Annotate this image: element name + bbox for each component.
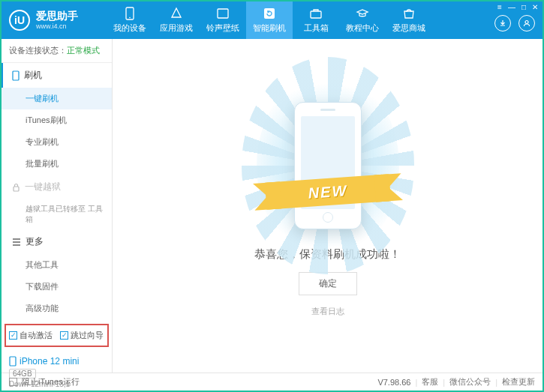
checkbox-label: 自动激活 (20, 330, 53, 341)
connection-status: 设备连接状态：正常模式 (2, 39, 112, 63)
phone-small-icon (12, 70, 20, 81)
nav-tab-toolbox[interactable]: 工具箱 (293, 1, 339, 39)
app-window: iU 爱思助手 www.i4.cn 我的设备 应用游戏 铃声壁纸 智能刷机 (0, 0, 544, 392)
graduation-icon (356, 7, 369, 20)
device-icon (9, 356, 17, 367)
settings-button[interactable]: ≡ (497, 3, 502, 11)
logo-icon: iU (9, 10, 30, 31)
block-itunes-label: 阻止iTunes运行 (22, 376, 80, 388)
toolbox-icon (309, 7, 323, 20)
app-url: www.i4.cn (36, 22, 78, 31)
body: 设备连接状态：正常模式 刷机 一键刷机 iTunes刷机 专业刷机 批量刷机 一… (2, 39, 542, 373)
svg-rect-8 (10, 357, 16, 366)
ok-button[interactable]: 确定 (299, 272, 357, 295)
svg-rect-2 (218, 9, 228, 18)
nav-tab-mydevice[interactable]: 我的设备 (107, 1, 153, 39)
nav-label: 应用游戏 (160, 22, 193, 34)
nav-tab-tutorial[interactable]: 教程中心 (339, 1, 386, 39)
phone-icon (123, 7, 137, 20)
section-title: 一键越狱 (25, 181, 61, 193)
nav-label: 教程中心 (346, 22, 379, 34)
options-box: ✓自动激活 ✓跳过向导 (5, 324, 109, 347)
svg-rect-3 (264, 8, 275, 19)
svg-rect-7 (14, 187, 19, 191)
menu-icon (12, 238, 21, 246)
lock-icon (12, 183, 20, 192)
maximize-button[interactable]: □ (521, 3, 526, 11)
sidebar-item-pro[interactable]: 专业刷机 (2, 131, 112, 153)
minimize-button[interactable]: — (508, 3, 515, 11)
checkbox-label: 跳过向导 (71, 330, 104, 341)
section-flash[interactable]: 刷机 (2, 63, 112, 88)
wechat-link[interactable]: 微信公众号 (449, 376, 491, 388)
success-illustration: NEW (279, 94, 377, 237)
checkbox-block-itunes[interactable] (9, 378, 17, 386)
nav-tab-ringtones[interactable]: 铃声壁纸 (200, 1, 246, 39)
nav-label: 爱思商城 (392, 22, 425, 34)
wallpaper-icon (216, 7, 230, 20)
ribbon-text: NEW (307, 182, 347, 202)
sidebar: 设备连接状态：正常模式 刷机 一键刷机 iTunes刷机 专业刷机 批量刷机 一… (2, 39, 113, 373)
section-jailbreak: 一键越狱 (2, 175, 112, 199)
check-update-link[interactable]: 检查更新 (502, 376, 535, 388)
sidebar-item-oneclick[interactable]: 一键刷机 (2, 88, 112, 109)
support-link[interactable]: 客服 (422, 376, 438, 388)
titlebar: iU 爱思助手 www.i4.cn 我的设备 应用游戏 铃声壁纸 智能刷机 (2, 1, 542, 39)
checkbox-auto-activate[interactable]: ✓自动激活 (9, 330, 53, 341)
svg-rect-6 (13, 71, 19, 80)
status-label: 设备连接状态： (9, 46, 67, 55)
close-button[interactable]: ✕ (532, 3, 538, 11)
device-name: iPhone 12 mini (9, 356, 104, 367)
section-title: 更多 (26, 235, 44, 248)
window-controls: ≡ — □ ✕ (497, 3, 538, 11)
device-name-text: iPhone 12 mini (20, 356, 79, 367)
jailbreak-note: 越狱工具已转移至 工具箱 (2, 199, 112, 229)
main-panel: NEW 恭喜您，保资料刷机成功啦！ 确定 查看日志 (113, 39, 542, 373)
header-actions (494, 15, 535, 31)
nav-tabs: 我的设备 应用游戏 铃声壁纸 智能刷机 工具箱 教程中心 (107, 1, 535, 39)
section-title: 刷机 (24, 69, 42, 82)
sidebar-item-batch[interactable]: 批量刷机 (2, 153, 112, 175)
sidebar-item-firmware[interactable]: 下载固件 (2, 276, 112, 298)
sidebar-item-othertools[interactable]: 其他工具 (2, 254, 112, 276)
svg-point-5 (525, 21, 528, 24)
checkbox-skip-guide[interactable]: ✓跳过向导 (60, 330, 104, 341)
nav-tab-store[interactable]: 爱思商城 (386, 1, 432, 39)
status-value: 正常模式 (67, 46, 100, 55)
sidebar-item-itunes[interactable]: iTunes刷机 (2, 109, 112, 131)
svg-rect-4 (311, 11, 321, 18)
view-log-link[interactable]: 查看日志 (311, 306, 344, 317)
app-name: 爱思助手 (36, 10, 78, 22)
refresh-icon (263, 7, 276, 20)
svg-point-1 (129, 17, 131, 19)
nav-label: 铃声壁纸 (206, 22, 239, 34)
user-icon[interactable] (518, 15, 535, 31)
nav-label: 我的设备 (113, 22, 146, 34)
nav-tab-apps[interactable]: 应用游戏 (153, 1, 200, 39)
download-icon[interactable] (494, 15, 511, 31)
store-icon (402, 7, 416, 20)
apps-icon (170, 7, 183, 20)
nav-label: 工具箱 (304, 22, 329, 34)
section-more[interactable]: 更多 (2, 229, 112, 254)
nav-label: 智能刷机 (253, 22, 286, 34)
nav-tab-flash[interactable]: 智能刷机 (246, 1, 293, 39)
version-label: V7.98.66 (377, 378, 410, 387)
logo-area: iU 爱思助手 www.i4.cn (9, 10, 107, 31)
sidebar-item-advanced[interactable]: 高级功能 (2, 298, 112, 319)
